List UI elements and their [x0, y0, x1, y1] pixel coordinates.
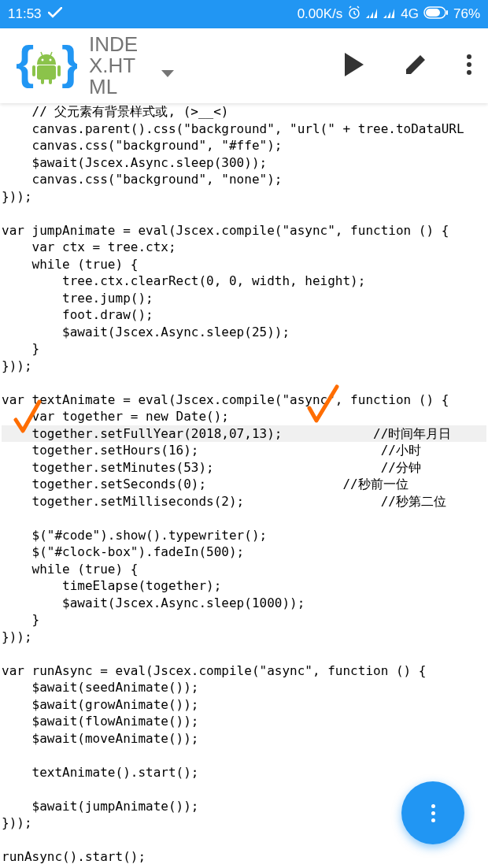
- status-time: 11:53: [8, 6, 42, 22]
- svg-point-15: [467, 54, 471, 59]
- code-line[interactable]: canvas.css("background", "none");: [2, 171, 486, 188]
- code-line[interactable]: [2, 374, 486, 391]
- code-line[interactable]: $await(flowAnimate());: [2, 713, 486, 730]
- code-line[interactable]: $("#clock-box").fadeIn(500);: [2, 543, 486, 561]
- code-line[interactable]: var jumpAnimate = eval(Jscex.compile("as…: [2, 222, 486, 239]
- signal-icon: [366, 6, 379, 22]
- code-line[interactable]: timeElapse(together);: [2, 577, 486, 595]
- check-icon: [48, 6, 62, 22]
- edit-icon[interactable]: [405, 54, 427, 79]
- svg-rect-12: [57, 65, 61, 76]
- svg-text:{: {: [16, 39, 34, 89]
- code-line[interactable]: // 父元素有背景样式或, (>__<): [2, 103, 486, 121]
- status-bar: 11:53 0.00K/s 4G 76%: [0, 0, 488, 28]
- code-editor[interactable]: // 父元素有背景样式或, (>__<) canvas.parent().css…: [0, 103, 488, 868]
- code-line[interactable]: }));: [2, 358, 486, 375]
- code-line[interactable]: [2, 645, 486, 662]
- app-logo-icon[interactable]: { }: [16, 39, 77, 93]
- app-bar: { } INDEX.HTML: [0, 28, 488, 103]
- svg-point-17: [467, 70, 471, 75]
- code-line[interactable]: canvas.css("background", "#ffe");: [2, 137, 486, 154]
- code-line[interactable]: }));: [2, 629, 486, 646]
- toolbar-actions: [343, 53, 480, 80]
- code-line[interactable]: canvas.parent().css("background", "url("…: [2, 121, 486, 138]
- code-line[interactable]: var together = new Date();: [2, 408, 486, 425]
- code-line[interactable]: $await(moveAnimate());: [2, 730, 486, 747]
- fab-button[interactable]: [401, 781, 464, 844]
- code-line[interactable]: ();: [2, 866, 486, 869]
- svg-rect-11: [32, 65, 35, 76]
- code-line[interactable]: while (true) {: [2, 561, 486, 578]
- code-line[interactable]: var textAnimate = eval(Jscex.compile("as…: [2, 391, 486, 409]
- svg-line-8: [41, 52, 43, 56]
- svg-rect-13: [41, 78, 44, 84]
- svg-point-6: [42, 58, 44, 61]
- code-line[interactable]: }: [2, 611, 486, 629]
- code-line[interactable]: }));: [2, 188, 486, 206]
- code-line[interactable]: $("#code").show().typewriter();: [2, 527, 486, 544]
- code-line[interactable]: }: [2, 340, 486, 358]
- svg-rect-2: [426, 9, 440, 17]
- file-title[interactable]: INDEX.HTML: [89, 34, 152, 98]
- code-line[interactable]: $await(Jscex.Async.sleep(25));: [2, 324, 486, 341]
- alarm-icon: [347, 6, 361, 24]
- code-line[interactable]: together.setHours(16); //小时: [2, 442, 486, 459]
- code-line[interactable]: $await(seedAnimate());: [2, 679, 486, 696]
- code-line[interactable]: textAnimate().start();: [2, 764, 486, 781]
- code-line[interactable]: together.setSeconds(0); //秒前一位: [2, 476, 486, 493]
- code-line[interactable]: while (true) {: [2, 256, 486, 273]
- code-line[interactable]: var runAsync = eval(Jscex.compile("async…: [2, 662, 486, 680]
- svg-text:}: }: [61, 39, 77, 89]
- code-line[interactable]: tree.ctx.clearRect(0, 0, width, height);: [2, 273, 486, 290]
- code-line[interactable]: $await(Jscex.Async.sleep(300));: [2, 154, 486, 172]
- code-line[interactable]: [2, 747, 486, 764]
- fab-more-icon: [431, 804, 435, 822]
- svg-point-16: [467, 62, 471, 67]
- status-left: 11:53: [8, 6, 62, 22]
- code-line[interactable]: var ctx = tree.ctx;: [2, 239, 486, 256]
- svg-point-7: [50, 58, 52, 61]
- play-icon[interactable]: [343, 53, 365, 80]
- svg-rect-3: [446, 10, 448, 15]
- code-line[interactable]: runAsync().start();: [2, 848, 486, 866]
- code-line[interactable]: foot.draw();: [2, 306, 486, 324]
- network-speed: 0.00K/s: [298, 6, 343, 22]
- svg-rect-10: [37, 65, 56, 80]
- status-right: 0.00K/s 4G 76%: [298, 6, 480, 24]
- code-line[interactable]: [2, 205, 486, 222]
- code-line[interactable]: tree.jump();: [2, 290, 486, 307]
- svg-rect-14: [49, 78, 52, 84]
- code-line[interactable]: together.setMilliseconds(2); //秒第二位: [2, 493, 486, 510]
- svg-line-9: [50, 52, 52, 56]
- code-line[interactable]: [2, 510, 486, 527]
- battery-percent: 76%: [453, 6, 480, 22]
- signal-icon-2: [383, 6, 396, 22]
- code-line[interactable]: $await(Jscex.Async.sleep(1000));: [2, 595, 486, 612]
- network-type: 4G: [401, 6, 419, 22]
- dropdown-icon[interactable]: [161, 67, 174, 81]
- battery-icon: [423, 6, 449, 23]
- code-line[interactable]: $await(growAnimate());: [2, 696, 486, 714]
- more-icon[interactable]: [466, 54, 472, 79]
- code-line[interactable]: together.setMinutes(53); //分钟: [2, 459, 486, 477]
- code-line[interactable]: together.setFullYear(2018,07,13); //时间年月…: [2, 425, 486, 443]
